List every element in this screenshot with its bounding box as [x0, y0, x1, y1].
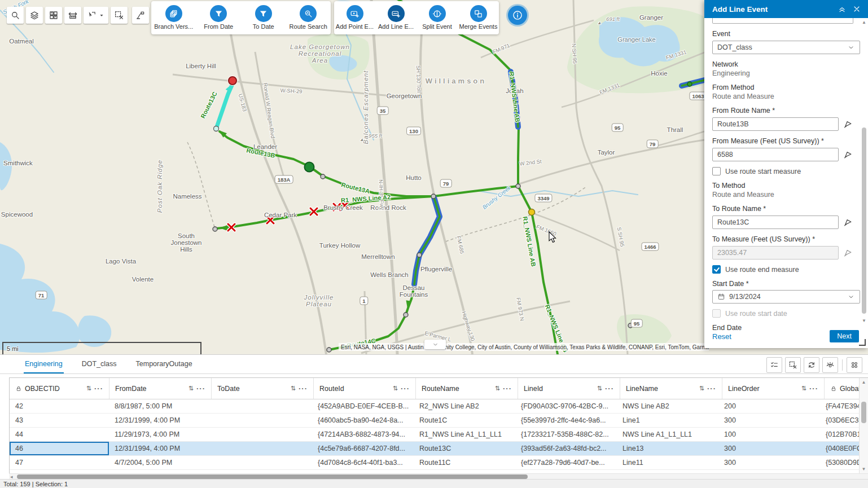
table-row[interactable]: 428/8/1987, 5:00 PM{452A9ABD-E0EF-4CEB-B… [10, 399, 868, 414]
tab-dot_class[interactable]: DOT_class [81, 355, 118, 373]
show-selection-button[interactable] [766, 357, 782, 373]
reset-link[interactable]: Reset [712, 332, 731, 341]
column-header-lineid[interactable]: LineId⇅··· [518, 378, 620, 399]
pick-to-route-on-map-button[interactable] [843, 217, 853, 227]
table-row[interactable]: 4312/31/1999, 4:00 PM{4600abc5-ba90-4e24… [10, 414, 868, 428]
tab-temporaryoutage[interactable]: TemporaryOutage [135, 355, 194, 373]
scroll-up-icon[interactable]: ▲ [860, 380, 868, 385]
event-select[interactable]: DOT_class [712, 41, 860, 54]
column-menu-icon[interactable]: ··· [299, 384, 308, 393]
table-row[interactable]: 4612/31/1994, 4:00 PM{4c5e79a6-6687-4207… [10, 442, 868, 456]
select-tool-button[interactable] [84, 7, 108, 24]
column-header-objectid[interactable]: OBJECTID⇅··· [10, 378, 109, 399]
table-cell[interactable]: 43 [10, 414, 109, 427]
table-cell[interactable] [211, 399, 312, 413]
table-cell[interactable]: Line11 [617, 456, 718, 469]
trace-tool-button[interactable] [132, 7, 149, 24]
column-menu-icon[interactable]: ··· [809, 384, 818, 393]
table-cell[interactable]: Route13C [414, 442, 515, 455]
column-menu-icon[interactable]: ··· [605, 384, 614, 393]
table-cell[interactable]: 200 [718, 399, 820, 413]
next-button[interactable]: Next [830, 330, 859, 342]
table-cell[interactable]: 46 [10, 442, 109, 455]
layers-tool-button[interactable] [26, 7, 43, 24]
table-row[interactable]: 474/7/2004, 5:00 PM{4d7084c8-6cf4-40f1-b… [10, 456, 868, 470]
sort-icon[interactable]: ⇅ [801, 385, 806, 392]
column-menu-icon[interactable]: ··· [196, 384, 205, 393]
table-vertical-scrollbar[interactable]: ▲ ▼ [859, 378, 868, 473]
sort-icon[interactable]: ⇅ [699, 385, 704, 392]
basemap-tool-button[interactable] [45, 7, 62, 24]
column-header-todate[interactable]: ToDate⇅··· [212, 378, 314, 399]
table-cell[interactable]: {4d7084c8-6cf4-40f1-ba3... [312, 456, 414, 469]
table-cell[interactable]: {4600abc5-ba90-4e24-8a... [312, 414, 414, 427]
refresh-button[interactable] [804, 357, 819, 373]
from-route-input[interactable]: Route13B [712, 117, 839, 131]
measure-tool-button[interactable] [64, 7, 81, 24]
table-cell[interactable]: Line13 [617, 442, 718, 455]
panel-resize-handle[interactable] [859, 339, 866, 346]
column-menu-icon[interactable]: ··· [503, 384, 512, 393]
table-cell[interactable]: 47 [10, 456, 109, 469]
table-cell[interactable]: 44 [10, 428, 109, 441]
table-cell[interactable] [211, 428, 312, 441]
from-measure-input[interactable]: 6588 [712, 148, 839, 161]
table-cell[interactable]: 12/31/1999, 4:00 PM [109, 414, 211, 427]
sort-icon[interactable]: ⇅ [291, 385, 296, 392]
sort-icon[interactable]: ⇅ [495, 385, 500, 392]
table-cell[interactable]: Line1 [617, 414, 718, 427]
sort-icon[interactable]: ⇅ [597, 385, 602, 392]
use-route-start-date-checkbox[interactable] [712, 309, 721, 318]
scroll-down-icon[interactable]: ▼ [860, 467, 868, 472]
sort-icon[interactable]: ⇅ [393, 385, 398, 392]
add-line-event-button[interactable]: Add Line E... [375, 5, 417, 30]
to-measure-input[interactable]: 23035.47 [712, 246, 839, 260]
table-cell[interactable]: Route1C [414, 414, 515, 427]
add-point-event-button[interactable]: Add Point E... [334, 5, 375, 30]
collapse-panel-button[interactable] [838, 5, 847, 14]
table-cell[interactable] [211, 456, 312, 469]
table-cell[interactable]: {55e3997d-2ffc-4e4c-9a6... [515, 414, 617, 427]
table-cell[interactable]: {393ad56f-2a63-48fd-bc2... [515, 442, 617, 455]
tab-engineering[interactable]: Engineering [24, 355, 64, 373]
search-tool-button[interactable] [7, 7, 24, 24]
attribution-collapse-button[interactable] [424, 340, 446, 349]
table-cell[interactable] [211, 442, 312, 455]
to-route-input[interactable]: Route13C [712, 216, 839, 229]
start-date-picker[interactable]: 9/13/2024 [712, 290, 860, 304]
table-cell[interactable] [211, 414, 312, 427]
panel-scroll-down-icon[interactable]: ▼ [862, 319, 866, 323]
table-cell[interactable]: 8/8/1987, 5:00 PM [109, 399, 211, 413]
column-header-routeid[interactable]: RouteId⇅··· [314, 378, 416, 399]
table-cell[interactable]: NWS Line A1_L1_LL1 [617, 428, 718, 441]
table-cell[interactable]: {4c5e79a6-6687-4207-8fd... [312, 442, 414, 455]
table-cell[interactable]: 300 [718, 442, 820, 455]
table-cell[interactable]: 300 [718, 456, 820, 469]
table-cell[interactable]: 11/29/1973, 4:00 PM [109, 428, 211, 441]
table-cell[interactable]: {452A9ABD-E0EF-4CEB-B... [312, 399, 414, 413]
table-cell[interactable]: R1_NWS Line A1_L1_LL1 [414, 428, 515, 441]
column-header-fromdate[interactable]: FromDate⇅··· [109, 378, 212, 399]
use-route-start-measure-checkbox[interactable] [712, 167, 721, 175]
table-cell[interactable]: {ef277a28-79d6-40d7-be... [515, 456, 617, 469]
sort-icon[interactable]: ⇅ [188, 385, 194, 392]
pick-to-measure-on-map-button[interactable] [843, 248, 853, 258]
funnel-button[interactable]: To Date [243, 5, 284, 30]
column-header-routename[interactable]: RouteName⇅··· [416, 378, 518, 399]
pick-from-measure-on-map-button[interactable] [843, 150, 853, 160]
clear-selection-tool-button[interactable] [111, 7, 128, 24]
table-cell[interactable]: 12/31/1994, 4:00 PM [109, 442, 211, 455]
table-cell[interactable]: {17233217-535B-488C-82... [515, 428, 617, 441]
table-cell[interactable]: 100 [718, 428, 820, 441]
table-row[interactable]: 4411/29/1973, 4:00 PM{47214AB3-6882-4873… [10, 428, 868, 442]
use-route-end-measure-checkbox[interactable] [712, 265, 721, 274]
funnel-button[interactable]: From Date [198, 5, 239, 30]
column-header-linename[interactable]: LineName⇅··· [620, 378, 722, 399]
panel-scroll-up-icon[interactable]: ▲ [862, 20, 866, 25]
table-cell[interactable]: {47214AB3-6882-4873-94... [312, 428, 414, 441]
table-cell[interactable]: Route11C [414, 456, 515, 469]
column-menu-icon[interactable]: ··· [707, 384, 716, 393]
table-cell[interactable]: 4/7/2004, 5:00 PM [109, 456, 211, 469]
more-options-button[interactable] [847, 357, 862, 373]
column-menu-icon[interactable]: ··· [401, 384, 410, 393]
